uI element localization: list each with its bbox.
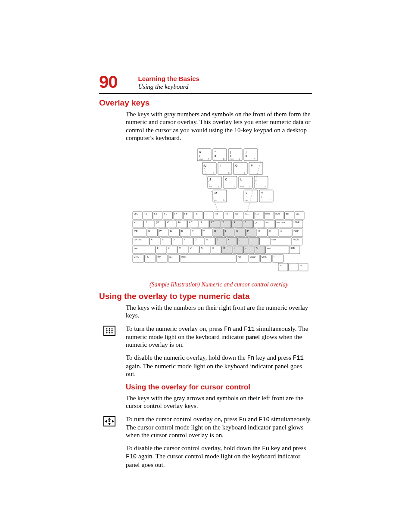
svg-rect-124 bbox=[276, 220, 292, 228]
svg-text:V: V bbox=[190, 247, 192, 249]
svg-text:?: ? bbox=[261, 192, 263, 195]
svg-text:HOME: HOME bbox=[294, 221, 300, 224]
para-numeric-3: To disable the numeric overlay, hold dow… bbox=[126, 354, 312, 378]
svg-text:! 1: ! 1 bbox=[145, 221, 147, 224]
cursor-arrows-icon bbox=[103, 416, 115, 426]
text: and bbox=[246, 416, 258, 423]
svg-text:S: S bbox=[162, 238, 164, 241]
svg-text:PGUP: PGUP bbox=[294, 230, 299, 232]
svg-text:4: 4 bbox=[213, 171, 214, 174]
svg-text:F8: F8 bbox=[215, 212, 218, 215]
svg-text:PAUSE: PAUSE bbox=[276, 213, 280, 215]
svg-text:5: 5 bbox=[228, 171, 230, 174]
svg-text:F10: F10 bbox=[235, 213, 239, 215]
svg-text:CTRL: CTRL bbox=[134, 256, 139, 258]
para-numeric-2: To turn the numeric overlay on, press Fn… bbox=[126, 325, 312, 349]
heading-cursor-control: Using the overlay for cursor control bbox=[126, 383, 312, 392]
svg-text:2: 2 bbox=[234, 185, 235, 188]
svg-text:F11: F11 bbox=[245, 213, 249, 215]
svg-text:_ -: _ - bbox=[254, 221, 257, 224]
svg-text:↓: ↓ bbox=[224, 186, 225, 188]
page-number: 90 bbox=[99, 73, 118, 90]
para-numeric-1: The keys with the numbers on their right… bbox=[126, 304, 312, 320]
svg-text:PGDN: PGDN bbox=[240, 186, 245, 188]
svg-text:* 8: * 8 bbox=[222, 221, 224, 224]
svg-text:G: G bbox=[195, 238, 197, 241]
text: To disable the cursor control overlay, h… bbox=[126, 445, 262, 451]
svg-text:&: & bbox=[199, 150, 201, 153]
illustration-caption: (Sample Illustration) Numeric and cursor… bbox=[126, 281, 312, 288]
page-header: 90 Learning the Basics Using the keyboar… bbox=[99, 73, 312, 90]
svg-text:& 7: & 7 bbox=[211, 221, 214, 224]
svg-text:+: + bbox=[265, 185, 266, 188]
svg-text:9: 9 bbox=[239, 158, 240, 160]
text: key and press bbox=[254, 354, 293, 361]
svg-rect-220 bbox=[180, 255, 236, 262]
svg-text:M: M bbox=[215, 192, 217, 195]
svg-text:U: U bbox=[204, 164, 206, 167]
svg-marker-238 bbox=[105, 420, 107, 423]
svg-rect-90 bbox=[265, 212, 274, 219]
para-cursor-2: To turn the cursor control overlay on, p… bbox=[126, 415, 312, 439]
svg-text:% 5: % 5 bbox=[189, 221, 192, 224]
svg-text:T: T bbox=[192, 230, 194, 232]
svg-text:1: 1 bbox=[218, 185, 219, 188]
chapter-title: Learning the Basics bbox=[138, 75, 200, 82]
svg-text:END: END bbox=[209, 186, 212, 188]
text: and bbox=[231, 325, 244, 332]
svg-text:ALT: ALT bbox=[238, 256, 241, 258]
heading-overlay-keys: Overlay keys bbox=[99, 98, 312, 108]
svg-text:" ': " ' bbox=[261, 239, 262, 241]
svg-text:←: ← bbox=[204, 172, 206, 174]
svg-text:F1: F1 bbox=[144, 212, 147, 215]
svg-text:} ]: } ] bbox=[269, 230, 271, 232]
svg-text:*: * bbox=[215, 150, 216, 153]
key-f11: F11 bbox=[244, 326, 255, 333]
text: To turn the numeric overlay on, press bbox=[126, 325, 224, 332]
svg-text:J: J bbox=[209, 178, 211, 181]
svg-text:( 9: ( 9 bbox=[233, 221, 235, 224]
para-overlay-intro: The keys with gray numbers and symbols o… bbox=[126, 110, 312, 142]
svg-text:M: M bbox=[223, 247, 225, 249]
svg-text:Y: Y bbox=[203, 230, 205, 232]
svg-text:< ,: < , bbox=[234, 247, 236, 249]
svg-text:J: J bbox=[217, 238, 218, 241]
key-fn: Fn bbox=[262, 445, 269, 452]
svg-text:BACK SPACE: BACK SPACE bbox=[277, 222, 285, 224]
text: again. The numeric mode light on the key… bbox=[126, 363, 302, 377]
key-f10: F10 bbox=[126, 453, 137, 460]
svg-text:END: END bbox=[291, 247, 295, 249]
svg-marker-239 bbox=[112, 420, 114, 423]
svg-text:F6: F6 bbox=[195, 212, 198, 215]
svg-text:SPACE: SPACE bbox=[181, 256, 186, 258]
svg-text:*: * bbox=[254, 158, 255, 160]
svg-text:O: O bbox=[235, 164, 238, 167]
key-f11: F11 bbox=[293, 355, 304, 361]
svg-text:WIN: WIN bbox=[158, 256, 162, 258]
svg-text:3: 3 bbox=[249, 185, 250, 188]
svg-rect-158 bbox=[133, 237, 149, 245]
text: again. The cursor control mode light on … bbox=[126, 453, 300, 468]
svg-rect-186 bbox=[133, 246, 155, 254]
svg-text:K: K bbox=[225, 178, 227, 181]
text: To disable the numeric overlay, hold dow… bbox=[126, 354, 247, 361]
svg-text:6: 6 bbox=[244, 171, 245, 174]
svg-marker-236 bbox=[108, 417, 111, 420]
svg-text:P: P bbox=[251, 164, 253, 167]
svg-text:8: 8 bbox=[223, 158, 224, 160]
svg-text:@ 2: @ 2 bbox=[156, 221, 160, 224]
key-fn: Fn bbox=[247, 355, 255, 361]
svg-marker-237 bbox=[108, 423, 111, 425]
svg-text:> .: > . bbox=[245, 247, 247, 249]
svg-text:MENU: MENU bbox=[250, 256, 255, 258]
svg-text:HOME: HOME bbox=[199, 159, 203, 160]
svg-text:SHIFT: SHIFT bbox=[267, 248, 271, 249]
key-f10: F10 bbox=[259, 416, 270, 423]
svg-text:Q: Q bbox=[148, 230, 150, 232]
svg-text:DEL: DEL bbox=[296, 213, 300, 215]
svg-text:ALT: ALT bbox=[169, 256, 173, 258]
para-cursor-1: The keys with the gray arrows and symbol… bbox=[126, 394, 312, 410]
text: To turn the cursor control overlay on, p… bbox=[126, 416, 239, 423]
svg-text:0: 0 bbox=[223, 199, 224, 202]
svg-text:ESC: ESC bbox=[134, 213, 138, 215]
